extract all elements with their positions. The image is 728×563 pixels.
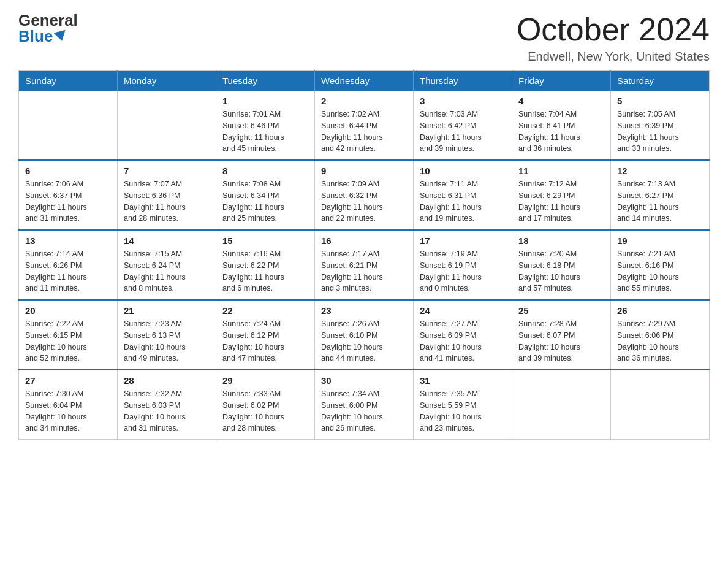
calendar-week-row: 1Sunrise: 7:01 AM Sunset: 6:46 PM Daylig… (19, 91, 710, 160)
day-number: 6 (25, 166, 111, 176)
day-info: Sunrise: 7:08 AM Sunset: 6:34 PM Dayligh… (222, 178, 308, 224)
calendar-cell (19, 91, 118, 160)
day-number: 27 (25, 375, 111, 386)
calendar-cell: 29Sunrise: 7:33 AM Sunset: 6:02 PM Dayli… (216, 370, 315, 440)
calendar-cell: 8Sunrise: 7:08 AM Sunset: 6:34 PM Daylig… (216, 160, 315, 230)
calendar-week-row: 13Sunrise: 7:14 AM Sunset: 6:26 PM Dayli… (19, 230, 710, 300)
day-info: Sunrise: 7:29 AM Sunset: 6:06 PM Dayligh… (617, 318, 703, 364)
calendar-cell (611, 370, 710, 440)
day-info: Sunrise: 7:11 AM Sunset: 6:31 PM Dayligh… (420, 178, 506, 224)
day-info: Sunrise: 7:06 AM Sunset: 6:37 PM Dayligh… (25, 178, 111, 224)
title-section: October 2024 Endwell, New York, United S… (517, 12, 710, 64)
calendar-header-row: SundayMondayTuesdayWednesdayThursdayFrid… (19, 71, 710, 91)
calendar-cell: 31Sunrise: 7:35 AM Sunset: 5:59 PM Dayli… (414, 370, 512, 440)
day-info: Sunrise: 7:23 AM Sunset: 6:13 PM Dayligh… (124, 318, 210, 364)
day-number: 26 (617, 305, 703, 316)
calendar-cell: 26Sunrise: 7:29 AM Sunset: 6:06 PM Dayli… (611, 300, 710, 370)
calendar-cell: 15Sunrise: 7:16 AM Sunset: 6:22 PM Dayli… (216, 230, 315, 300)
day-number: 23 (321, 305, 407, 316)
day-info: Sunrise: 7:14 AM Sunset: 6:26 PM Dayligh… (25, 248, 111, 294)
day-number: 19 (617, 236, 703, 246)
day-number: 31 (420, 375, 506, 386)
day-number: 2 (321, 96, 407, 106)
day-info: Sunrise: 7:32 AM Sunset: 6:03 PM Dayligh… (124, 388, 210, 434)
logo-general-text: General (18, 12, 78, 28)
day-number: 28 (124, 375, 210, 386)
day-info: Sunrise: 7:28 AM Sunset: 6:07 PM Dayligh… (518, 318, 604, 364)
calendar-cell: 16Sunrise: 7:17 AM Sunset: 6:21 PM Dayli… (315, 230, 414, 300)
calendar-header-thursday: Thursday (414, 71, 512, 91)
calendar-cell: 3Sunrise: 7:03 AM Sunset: 6:42 PM Daylig… (414, 91, 512, 160)
calendar-week-row: 6Sunrise: 7:06 AM Sunset: 6:37 PM Daylig… (19, 160, 710, 230)
day-number: 22 (222, 305, 308, 316)
day-info: Sunrise: 7:26 AM Sunset: 6:10 PM Dayligh… (321, 318, 407, 364)
calendar-header-wednesday: Wednesday (315, 71, 414, 91)
day-info: Sunrise: 7:07 AM Sunset: 6:36 PM Dayligh… (124, 178, 210, 224)
calendar-cell: 14Sunrise: 7:15 AM Sunset: 6:24 PM Dayli… (118, 230, 216, 300)
day-number: 4 (518, 96, 604, 106)
day-info: Sunrise: 7:09 AM Sunset: 6:32 PM Dayligh… (321, 178, 407, 224)
day-number: 29 (222, 375, 308, 386)
day-number: 10 (420, 166, 506, 176)
calendar-cell: 11Sunrise: 7:12 AM Sunset: 6:29 PM Dayli… (512, 160, 611, 230)
calendar-cell: 10Sunrise: 7:11 AM Sunset: 6:31 PM Dayli… (414, 160, 512, 230)
calendar-cell: 4Sunrise: 7:04 AM Sunset: 6:41 PM Daylig… (512, 91, 611, 160)
calendar-cell: 7Sunrise: 7:07 AM Sunset: 6:36 PM Daylig… (118, 160, 216, 230)
calendar-cell: 13Sunrise: 7:14 AM Sunset: 6:26 PM Dayli… (19, 230, 118, 300)
calendar-week-row: 27Sunrise: 7:30 AM Sunset: 6:04 PM Dayli… (19, 370, 710, 440)
day-info: Sunrise: 7:17 AM Sunset: 6:21 PM Dayligh… (321, 248, 407, 294)
day-info: Sunrise: 7:33 AM Sunset: 6:02 PM Dayligh… (222, 388, 308, 434)
day-info: Sunrise: 7:04 AM Sunset: 6:41 PM Dayligh… (518, 109, 604, 155)
day-number: 3 (420, 96, 506, 106)
calendar-cell: 1Sunrise: 7:01 AM Sunset: 6:46 PM Daylig… (216, 91, 315, 160)
day-number: 30 (321, 375, 407, 386)
day-info: Sunrise: 7:15 AM Sunset: 6:24 PM Dayligh… (124, 248, 210, 294)
day-number: 7 (124, 166, 210, 176)
calendar-cell: 6Sunrise: 7:06 AM Sunset: 6:37 PM Daylig… (19, 160, 118, 230)
day-info: Sunrise: 7:30 AM Sunset: 6:04 PM Dayligh… (25, 388, 111, 434)
logo-triangle-icon (54, 30, 68, 43)
calendar-cell: 17Sunrise: 7:19 AM Sunset: 6:19 PM Dayli… (414, 230, 512, 300)
calendar-cell: 21Sunrise: 7:23 AM Sunset: 6:13 PM Dayli… (118, 300, 216, 370)
calendar-cell: 22Sunrise: 7:24 AM Sunset: 6:12 PM Dayli… (216, 300, 315, 370)
day-number: 15 (222, 236, 308, 246)
day-info: Sunrise: 7:03 AM Sunset: 6:42 PM Dayligh… (420, 109, 506, 155)
logo: General Blue (18, 12, 78, 44)
calendar-cell: 27Sunrise: 7:30 AM Sunset: 6:04 PM Dayli… (19, 370, 118, 440)
location-text: Endwell, New York, United States (517, 50, 710, 64)
calendar-cell (512, 370, 611, 440)
calendar-cell: 12Sunrise: 7:13 AM Sunset: 6:27 PM Dayli… (611, 160, 710, 230)
day-number: 14 (124, 236, 210, 246)
logo-blue-text: Blue (18, 28, 67, 44)
calendar-header-friday: Friday (512, 71, 611, 91)
day-info: Sunrise: 7:02 AM Sunset: 6:44 PM Dayligh… (321, 109, 407, 155)
calendar-cell: 2Sunrise: 7:02 AM Sunset: 6:44 PM Daylig… (315, 91, 414, 160)
day-number: 24 (420, 305, 506, 316)
calendar-cell: 9Sunrise: 7:09 AM Sunset: 6:32 PM Daylig… (315, 160, 414, 230)
calendar-cell: 30Sunrise: 7:34 AM Sunset: 6:00 PM Dayli… (315, 370, 414, 440)
day-info: Sunrise: 7:34 AM Sunset: 6:00 PM Dayligh… (321, 388, 407, 434)
day-number: 21 (124, 305, 210, 316)
calendar-header-monday: Monday (118, 71, 216, 91)
day-number: 16 (321, 236, 407, 246)
calendar-cell: 25Sunrise: 7:28 AM Sunset: 6:07 PM Dayli… (512, 300, 611, 370)
page-header: General Blue October 2024 Endwell, New Y… (18, 12, 710, 64)
calendar-cell: 23Sunrise: 7:26 AM Sunset: 6:10 PM Dayli… (315, 300, 414, 370)
day-info: Sunrise: 7:21 AM Sunset: 6:16 PM Dayligh… (617, 248, 703, 294)
calendar-week-row: 20Sunrise: 7:22 AM Sunset: 6:15 PM Dayli… (19, 300, 710, 370)
day-number: 9 (321, 166, 407, 176)
day-number: 13 (25, 236, 111, 246)
calendar-header-saturday: Saturday (611, 71, 710, 91)
day-info: Sunrise: 7:19 AM Sunset: 6:19 PM Dayligh… (420, 248, 506, 294)
calendar-header-tuesday: Tuesday (216, 71, 315, 91)
day-number: 1 (222, 96, 308, 106)
day-info: Sunrise: 7:05 AM Sunset: 6:39 PM Dayligh… (617, 109, 703, 155)
day-number: 12 (617, 166, 703, 176)
calendar-cell: 19Sunrise: 7:21 AM Sunset: 6:16 PM Dayli… (611, 230, 710, 300)
day-info: Sunrise: 7:22 AM Sunset: 6:15 PM Dayligh… (25, 318, 111, 364)
day-number: 17 (420, 236, 506, 246)
day-info: Sunrise: 7:24 AM Sunset: 6:12 PM Dayligh… (222, 318, 308, 364)
day-info: Sunrise: 7:16 AM Sunset: 6:22 PM Dayligh… (222, 248, 308, 294)
calendar-cell: 20Sunrise: 7:22 AM Sunset: 6:15 PM Dayli… (19, 300, 118, 370)
calendar-table: SundayMondayTuesdayWednesdayThursdayFrid… (18, 70, 710, 440)
